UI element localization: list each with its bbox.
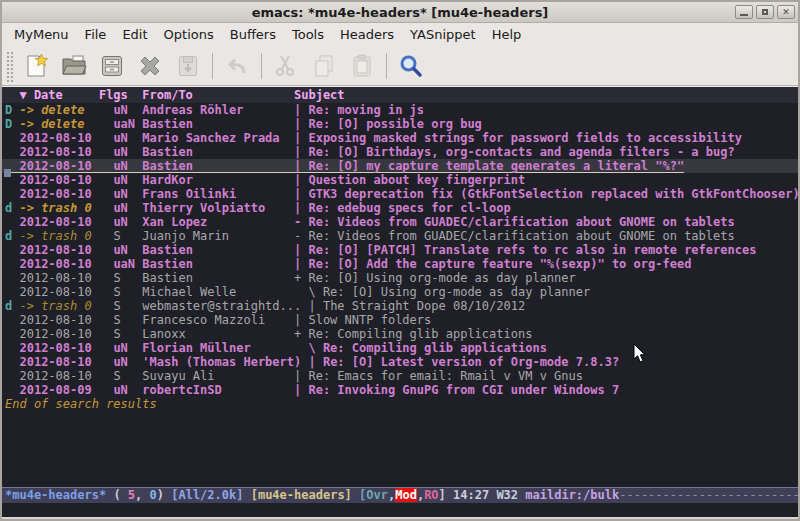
message-list: D -> delete uN Andreas Röhler | Re: movi… [2, 103, 798, 397]
subject-cell: | Re: Emacs for email: Rmail v VM v Gnus [294, 369, 583, 383]
mark-cell [5, 271, 19, 285]
message-row[interactable]: 2012-08-10 uN Bastien | Re: [O] my captu… [2, 159, 798, 173]
mark-cell [5, 243, 19, 257]
menu-item-help[interactable]: Help [484, 25, 530, 44]
modeline-segment: 5 [128, 488, 135, 502]
copy-icon [307, 50, 341, 82]
mark-cell [5, 285, 19, 299]
from-cell: Thierry Volpiatto [142, 201, 294, 215]
message-row-text: 2012-08-10 uN Bastien | Re: [O] my captu… [5, 159, 684, 173]
message-row[interactable]: 2012-08-10 uN Mario Sanchez Prada | Expo… [2, 131, 798, 145]
toolbar-separator [386, 53, 387, 79]
from-cell: Juanjo Marin [142, 229, 294, 243]
subject-cell: - Re: Videos from GUADEC/clarification a… [294, 229, 735, 243]
date-cell: -> trash 0 [19, 229, 113, 243]
search-icon[interactable] [394, 50, 428, 82]
mark-cell [5, 187, 19, 201]
subject-cell: | Slow NNTP folders [294, 313, 431, 327]
message-row[interactable]: 2012-08-10 uN Frans Oilinki | GTK3 depre… [2, 187, 798, 201]
modeline-segment: ( [113, 488, 127, 502]
kill-buffer-icon[interactable] [133, 50, 167, 82]
from-cell: Bastien [142, 159, 294, 173]
from-cell: Frans Oilinki [142, 187, 294, 201]
flags-cell: S [113, 327, 142, 341]
menu-item-tools[interactable]: Tools [284, 25, 332, 44]
flags-cell: uaN [113, 257, 142, 271]
subject-cell: | Re: Invoking GnuPG from CGI under Wind… [294, 383, 619, 397]
new-file-icon[interactable] [19, 50, 53, 82]
paste-icon [345, 50, 379, 82]
from-cell: Bastien [142, 243, 294, 257]
message-row[interactable]: 2012-08-10 uN Bastien | Re: [O] Birthday… [2, 145, 798, 159]
message-row[interactable]: 2012-08-10 uN Florian Müllner \ Re: Comp… [2, 341, 798, 355]
mark-cell [5, 173, 19, 187]
mark-cell [5, 257, 19, 271]
date-cell: 2012-08-10 [19, 257, 113, 271]
echo-area[interactable] [2, 503, 798, 517]
tool-bar [2, 46, 798, 86]
message-row[interactable]: 2012-08-10 uN HardKor | Question about k… [2, 173, 798, 187]
flags-cell: uN [113, 341, 142, 355]
dired-drawer-icon[interactable] [95, 50, 129, 82]
close-button[interactable] [777, 5, 795, 19]
subject-cell: | The Straight Dope 08/10/2012 [308, 299, 525, 313]
minimize-button[interactable] [735, 5, 753, 19]
mark-cell [5, 341, 19, 355]
date-cell: 2012-08-10 [19, 187, 113, 201]
menu-item-buffers[interactable]: Buffers [222, 25, 284, 44]
subject-cell: + Re: [O] Using org-mode as day planner [294, 271, 576, 285]
from-cell: HardKor [142, 173, 294, 187]
date-cell: 2012-08-10 [19, 313, 113, 327]
menu-item-headers[interactable]: Headers [332, 25, 402, 44]
subject-cell: | Re: [O] possible org bug [294, 117, 482, 131]
flags-cell: uN [113, 201, 142, 215]
message-row[interactable]: 2012-08-10 uaN Bastien | Re: [O] Add the… [2, 257, 798, 271]
date-cell: 2012-08-10 [19, 271, 113, 285]
menu-item-file[interactable]: File [77, 25, 115, 44]
date-cell: -> trash 0 [19, 299, 113, 313]
message-row[interactable]: 2012-08-10 S Francesco Mazzoli | Slow NN… [2, 313, 798, 327]
subject-cell: | Re: [O] [PATCH] Translate refs to rc a… [294, 243, 756, 257]
menu-item-edit[interactable]: Edit [114, 25, 155, 44]
end-of-search-results: End of search results [2, 397, 798, 411]
date-cell: 2012-08-10 [19, 327, 113, 341]
message-row-text: 2012-08-10 S Suvayu Ali | Re: Emacs for … [5, 369, 583, 383]
message-row[interactable]: 2012-08-10 S Bastien + Re: [O] Using org… [2, 271, 798, 285]
menu-item-yasnippet[interactable]: YASnippet [402, 25, 484, 44]
message-row-text: d -> trash 0 S Juanjo Marin - Re: Videos… [5, 229, 735, 243]
mark-cell [5, 159, 19, 173]
mark-cell: d [5, 299, 19, 313]
message-row[interactable]: 2012-08-10 S Suvayu Ali | Re: Emacs for … [2, 369, 798, 383]
maximize-button[interactable] [756, 5, 774, 19]
message-row[interactable]: d -> trash 0 uN Thierry Volpiatto | Re: … [2, 201, 798, 215]
message-row[interactable]: D -> delete uN Andreas Röhler | Re: movi… [2, 103, 798, 117]
message-row[interactable]: 2012-08-10 uN Bastien | Re: [O] [PATCH] … [2, 243, 798, 257]
subject-cell: - Re: Videos from GUADEC/clarification a… [294, 215, 735, 229]
message-row[interactable]: 2012-08-10 S Michael Welle \ Re: [O] Usi… [2, 285, 798, 299]
mark-cell [5, 355, 19, 369]
modeline-segment: [mu4e-headers] [251, 488, 352, 502]
flags-cell: uN [113, 159, 142, 173]
message-row-text: 2012-08-10 uN Bastien | Re: [O] [PATCH] … [5, 243, 756, 257]
message-row-text: 2012-08-10 uN Mario Sanchez Prada | Expo… [5, 131, 742, 145]
modeline-segment: RO [424, 488, 438, 502]
menu-item-mymenu[interactable]: MyMenu [6, 25, 77, 44]
from-cell: Mario Sanchez Prada [142, 131, 294, 145]
from-cell: webmaster@straightd... [142, 299, 308, 313]
toolbar-drag-handle[interactable] [5, 50, 14, 82]
message-row[interactable]: 2012-08-09 uN robertcInSD | Re: Invoking… [2, 383, 798, 397]
headers-column-header[interactable]: ▼ Date Flgs From/To Subject [2, 87, 798, 103]
message-row-text: 2012-08-10 uaN Bastien | Re: [O] Add the… [5, 257, 691, 271]
menu-item-options[interactable]: Options [156, 25, 222, 44]
flags-cell: uaN [113, 117, 142, 131]
message-row[interactable]: d -> trash 0 S webmaster@straightd... | … [2, 299, 798, 313]
message-row[interactable]: 2012-08-10 uN Xan Lopez - Re: Videos fro… [2, 215, 798, 229]
open-file-icon[interactable] [57, 50, 91, 82]
message-row[interactable]: 2012-08-10 S Lanoxx + Re: Compiling glib… [2, 327, 798, 341]
message-row[interactable]: 2012-08-10 uN 'Mash (Thomas Herbert) | R… [2, 355, 798, 369]
date-cell: 2012-08-10 [19, 355, 113, 369]
message-row[interactable]: d -> trash 0 S Juanjo Marin - Re: Videos… [2, 229, 798, 243]
flags-cell: uN [113, 355, 142, 369]
message-row[interactable]: D -> delete uaN Bastien | Re: [O] possib… [2, 117, 798, 131]
modeline-segment: *mu4e-headers* [5, 488, 113, 502]
